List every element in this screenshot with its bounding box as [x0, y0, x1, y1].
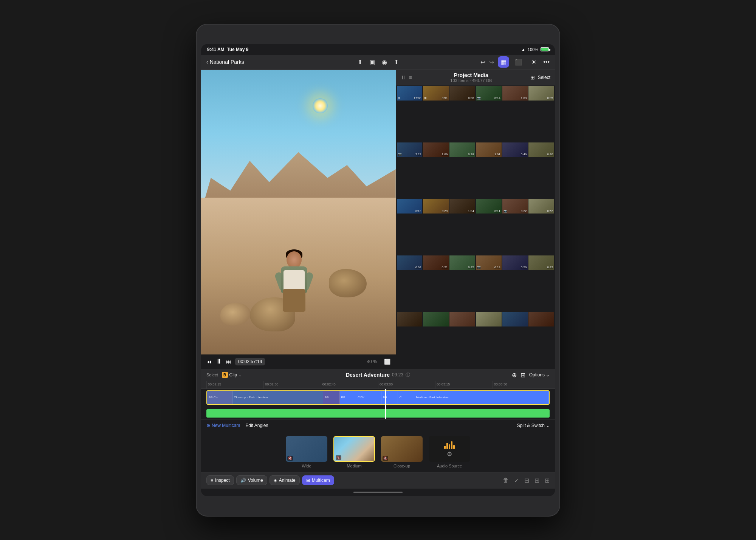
media-thumb[interactable]: 0:11 — [476, 199, 502, 214]
screen-button[interactable]: ⬛ — [513, 56, 524, 68]
animate-button[interactable]: ◈ Animate — [270, 475, 300, 485]
media-thumb[interactable]: 0:05 — [528, 86, 554, 101]
media-thumb[interactable]: 0:40 — [528, 142, 554, 157]
more-options-icon[interactable]: ••• — [543, 59, 550, 65]
media-thumb[interactable]: ⊞ 8:51 — [423, 86, 449, 101]
redo-icon[interactable]: ↪ — [489, 59, 494, 66]
upload-icon[interactable]: ⬆ — [358, 59, 363, 66]
media-thumb[interactable]: 1:04 — [449, 199, 475, 214]
media-thumb[interactable]: 0:08 — [449, 86, 475, 101]
track-clip[interactable]: Cl — [398, 391, 415, 404]
media-thumb[interactable]: ⊞ 17:08 — [397, 86, 423, 101]
voiceover-icon[interactable]: ◉ — [382, 59, 387, 66]
angle-medium[interactable]: 🔇 Medium — [333, 436, 375, 468]
volume-button[interactable]: 🔊 Volume — [236, 475, 267, 485]
layout1-button[interactable]: ⊞ — [534, 477, 539, 484]
zoom-unit: % — [372, 359, 377, 364]
media-thumb[interactable] — [397, 312, 423, 326]
angle-wide[interactable]: 🔇 Wide — [286, 436, 327, 468]
media-thumb[interactable]: 0:56 — [502, 255, 528, 270]
angle-audio-source[interactable]: ⚙ Audio Source — [429, 436, 470, 468]
media-thumb[interactable]: 0:21 — [423, 255, 449, 270]
back-button[interactable]: ‹ National Parks — [206, 59, 244, 65]
check-button[interactable]: ✓ — [514, 477, 519, 484]
track-clip[interactable]: BB — [340, 391, 356, 404]
media-thumb[interactable]: 1:01 — [476, 142, 502, 157]
browser-grid-button[interactable]: ⊞ — [530, 74, 535, 80]
media-thumb[interactable]: 0:46 — [502, 142, 528, 157]
delete-button[interactable]: 🗑 — [503, 477, 509, 484]
track-clip[interactable]: BB Clo — [207, 391, 232, 404]
audio-track[interactable] — [206, 409, 550, 418]
track-clip[interactable]: BB — [381, 391, 398, 404]
ipad-screen: 9:41 AM Tue May 9 ▲ 100% ‹ National Park… — [201, 44, 555, 496]
info-icon[interactable]: ⓘ — [406, 372, 410, 378]
media-thumb[interactable]: 0:13 — [397, 199, 423, 214]
edit-angles-button[interactable]: Edit Angles — [245, 423, 268, 428]
timeline-toolbar: Select B Clip ⌄ Desert Adventure 09:23 ⓘ… — [201, 369, 555, 381]
media-thumb[interactable] — [476, 312, 502, 326]
media-thumb[interactable]: 0:02 — [397, 255, 423, 270]
media-thumb[interactable]: 📷 7:22 — [397, 142, 423, 157]
media-thumb[interactable]: 📷 0:22 — [502, 199, 528, 214]
brightness-button[interactable]: ☀ — [528, 56, 539, 68]
angle-audio-thumb[interactable]: ⚙ — [429, 436, 470, 462]
media-thumb[interactable]: 1:09 — [423, 142, 449, 157]
timescale: 00:02:15 00:02:30 00:02:45 00:03:00 00:0… — [201, 381, 555, 389]
magnetic-timeline-icon[interactable]: ⊕ — [512, 371, 517, 379]
media-thumb[interactable]: 0:29 — [423, 199, 449, 214]
fast-forward-button[interactable]: ⏭ — [226, 359, 231, 365]
angle-closeup-thumb[interactable]: 🔇 — [381, 436, 423, 462]
angle-closeup[interactable]: 🔇 Close-up — [381, 436, 423, 468]
multicam-button[interactable]: ⊞ Multicam — [302, 475, 334, 485]
status-indicators: ▲ 100% — [521, 47, 549, 52]
track-clip[interactable]: Cl W — [356, 391, 381, 404]
new-multicam-button[interactable]: ⊕ New Multicam — [206, 423, 240, 428]
inspect-icon: ≡ — [211, 478, 213, 483]
media-thumb[interactable]: 0:42 — [528, 255, 554, 270]
clip-badge: B — [222, 372, 228, 378]
camera-icon[interactable]: ▣ — [369, 59, 375, 66]
undo-icon[interactable]: ↩ — [480, 59, 485, 66]
track-clip[interactable]: Close-up - Park Interview — [232, 391, 323, 404]
media-thumb[interactable]: 0:45 — [449, 255, 475, 270]
media-browser-button[interactable]: ▦ — [498, 56, 509, 68]
video-frame[interactable] — [201, 70, 396, 354]
media-thumb[interactable] — [528, 312, 554, 326]
media-thumb[interactable]: 📷 0:14 — [476, 86, 502, 101]
play-pause-button[interactable]: ⏸ — [215, 357, 222, 365]
inspect-button[interactable]: ≡ Inspect — [206, 475, 234, 485]
inspect-label: Inspect — [215, 478, 230, 483]
media-thumb[interactable]: 0:52 — [528, 199, 554, 214]
media-thumb[interactable]: 📷 0:18 — [476, 255, 502, 270]
media-thumb[interactable] — [449, 312, 475, 326]
browser-list-button[interactable]: ≡ — [409, 74, 412, 80]
media-thumb[interactable]: 0:38 — [449, 142, 475, 157]
media-thumb[interactable] — [423, 312, 449, 326]
media-thumb[interactable] — [502, 312, 528, 326]
video-track[interactable]: BB Clo Close-up - Park Interview BB BB C… — [206, 390, 550, 405]
new-multicam-label: New Multicam — [212, 423, 240, 428]
aspect-ratio-button[interactable]: ⬜ — [384, 359, 390, 365]
camera-badge-icon: 📷 — [477, 266, 481, 269]
browser-pause-button[interactable]: ⏸ — [401, 74, 406, 80]
split-view-button[interactable]: ⊟ — [524, 477, 529, 484]
split-switch-button[interactable]: Split & Switch ⌄ — [517, 423, 550, 428]
media-thumb[interactable]: 1:03 — [502, 86, 528, 101]
browser-select-button[interactable]: Select — [538, 75, 550, 80]
clip-connections-icon[interactable]: ⊞ — [521, 371, 525, 379]
track-clip-selected[interactable]: Medium - Park Interview — [414, 391, 549, 404]
clip-selector[interactable]: B Clip ⌄ — [222, 372, 242, 378]
ipad-frame: 9:41 AM Tue May 9 ▲ 100% ‹ National Park… — [197, 25, 559, 516]
chevron-down-icon: ⌄ — [546, 423, 550, 428]
track-clip[interactable]: BB — [323, 391, 340, 404]
layout2-button[interactable]: ⊞ — [545, 477, 550, 484]
project-info-center: Desert Adventure 09:23 ⓘ — [346, 372, 410, 378]
angle-wide-thumb[interactable]: 🔇 — [286, 436, 327, 462]
angle-medium-thumb[interactable]: 🔇 — [333, 436, 375, 462]
tracks-container: BB Clo Close-up - Park Interview BB BB C… — [201, 389, 555, 419]
timeline-tools: ⊕ ⊞ Options ⌄ — [512, 371, 550, 379]
options-button[interactable]: Options ⌄ — [529, 372, 550, 378]
export-icon[interactable]: ⬆ — [394, 59, 399, 66]
rewind-button[interactable]: ⏮ — [206, 359, 212, 365]
